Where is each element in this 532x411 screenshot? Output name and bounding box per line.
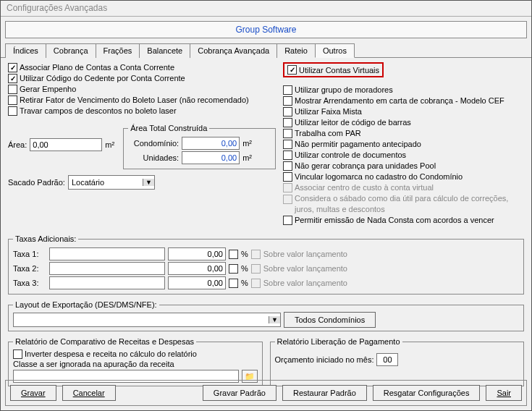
taxa2-label: Taxa 2: bbox=[13, 264, 46, 273]
area-cond-label: Condomínio: bbox=[128, 139, 179, 148]
chk-nada-consta-label: Permitir emissão de Nada Consta com acor… bbox=[295, 215, 494, 226]
area-label: Área: bbox=[8, 140, 27, 149]
chk-taxa2-sobre bbox=[251, 264, 261, 274]
chk-nao-pool[interactable] bbox=[283, 161, 292, 171]
taxa3-value-input[interactable] bbox=[168, 276, 226, 289]
taxa1-value-input[interactable] bbox=[168, 247, 226, 260]
btn-restaurar-padrao[interactable]: Restaurar Padrão bbox=[282, 385, 367, 401]
tab-indices[interactable]: Índices bbox=[5, 43, 46, 58]
chk-par-label: Trabalha com PAR bbox=[295, 128, 361, 139]
btn-gravar-padrao[interactable]: Gravar Padrão bbox=[203, 385, 276, 401]
config-window: Configurações Avançadas Group Software Í… bbox=[0, 0, 532, 411]
chk-centro-custo-label: Associar centro de custo à conta virtual bbox=[295, 182, 434, 193]
layout-title: Layout de Exportação (DES/DMS/NFE): bbox=[13, 300, 159, 309]
btn-gravar[interactable]: Gravar bbox=[10, 385, 56, 401]
area-unid-unit: m² bbox=[242, 153, 252, 162]
tab-rateio[interactable]: Rateio bbox=[276, 43, 316, 58]
highlight-contas-virtuais: Utilizar Contas Virtuais bbox=[283, 62, 384, 77]
layout-combo[interactable]: ▼ bbox=[13, 313, 281, 327]
tab-cobranca[interactable]: Cobrança bbox=[46, 43, 96, 58]
taxa2-name-input[interactable] bbox=[49, 262, 165, 275]
taxa3-pct: % bbox=[241, 279, 248, 287]
tab-fracoes[interactable]: Frações bbox=[96, 43, 140, 58]
taxa1-pct: % bbox=[241, 250, 248, 258]
taxa3-label: Taxa 3: bbox=[13, 279, 46, 287]
chk-arrendamento-cef[interactable] bbox=[283, 96, 292, 106]
chevron-down-icon[interactable]: ▼ bbox=[269, 316, 280, 323]
chk-leitor-barras-label: Utilizar leitor de código de barras bbox=[295, 117, 411, 128]
tab-strip: Índices Cobrança Frações Balancete Cobra… bbox=[1, 43, 531, 58]
taxa2-value-input[interactable] bbox=[168, 262, 226, 275]
chk-logomarca-label: Vincular logomarca no cadastro do Condom… bbox=[295, 171, 463, 182]
banner: Group Software bbox=[5, 21, 527, 38]
chk-taxa3-sobre bbox=[251, 279, 261, 288]
chk-retirar-fator-label: Retirar Fator de Vencimento do Boleto La… bbox=[20, 95, 249, 106]
taxa1-note: Sobre valor lançamento bbox=[263, 250, 347, 258]
chk-sabado-util-label: Considera o sábado como dia útil para cá… bbox=[295, 193, 512, 215]
chk-inverter-label: Inverter despesa e receita no cálculo do… bbox=[25, 349, 197, 360]
taxa1-name-input[interactable] bbox=[49, 247, 165, 260]
btn-todos-condominios[interactable]: Todos Condomínios bbox=[284, 312, 376, 328]
area-unit: m² bbox=[105, 140, 114, 149]
taxa1-label: Taxa 1: bbox=[13, 250, 46, 258]
chk-codigo-cedente[interactable] bbox=[8, 74, 17, 83]
area-unid-label: Unidades: bbox=[128, 153, 179, 162]
chk-sabado-util bbox=[283, 195, 292, 204]
chk-travar-descontos[interactable] bbox=[8, 106, 17, 116]
tab-balancete[interactable]: Balancete bbox=[139, 43, 190, 58]
btn-cancelar[interactable]: Cancelar bbox=[62, 385, 116, 401]
taxa3-name-input[interactable] bbox=[49, 276, 165, 289]
chk-gerar-empenho-label: Gerar Empenho bbox=[20, 84, 76, 95]
chk-faixa-mista[interactable] bbox=[283, 107, 292, 116]
chk-codigo-cedente-label: Utilizar Código do Cedente por Conta Cor… bbox=[20, 73, 185, 84]
area-input[interactable] bbox=[30, 138, 102, 151]
chk-inverter[interactable] bbox=[13, 349, 22, 359]
footer-bar: Gravar Cancelar Gravar Padrão Restaurar … bbox=[5, 380, 527, 406]
chk-par[interactable] bbox=[283, 129, 292, 138]
lib-title: Relatório Liberação de Pagamento bbox=[275, 337, 402, 346]
chk-leitor-barras[interactable] bbox=[283, 118, 292, 127]
chk-faixa-mista-label: Utilizar Faixa Mista bbox=[295, 106, 362, 117]
chk-grupo-moradores[interactable] bbox=[283, 85, 292, 95]
sacado-value: Locatário bbox=[69, 178, 143, 187]
chk-contas-virtuais-label: Utilizar Contas Virtuais bbox=[299, 66, 379, 75]
chk-associar-plano-label: Associar Plano de Contas a Conta Corrent… bbox=[20, 62, 174, 73]
chk-grupo-moradores-label: Utilizar grupo de moradores bbox=[295, 85, 393, 96]
area-unid-input[interactable] bbox=[182, 151, 240, 164]
sacado-combo[interactable]: Locatário ▼ bbox=[68, 175, 155, 190]
chk-taxa3-pct[interactable] bbox=[229, 279, 238, 288]
lib-label: Orçamento iniciado no mês: bbox=[275, 355, 374, 364]
btn-sair[interactable]: Sair bbox=[486, 385, 522, 401]
chk-taxa2-pct[interactable] bbox=[229, 264, 238, 274]
rel-classe-label: Classe a ser ignorada na apuração da rec… bbox=[13, 360, 258, 368]
chk-gerar-empenho[interactable] bbox=[8, 85, 17, 94]
chk-taxa1-sobre bbox=[251, 250, 261, 259]
taxa2-pct: % bbox=[241, 264, 248, 273]
lib-mes-input[interactable] bbox=[376, 353, 398, 366]
chk-nao-antecipado-label: Não permitir pagamento antecipado bbox=[295, 139, 421, 150]
chk-nao-antecipado[interactable] bbox=[283, 140, 292, 149]
tab-cobranca-avancada[interactable]: Cobrança Avançada bbox=[190, 43, 277, 58]
chk-nada-consta[interactable] bbox=[283, 216, 292, 225]
chevron-down-icon[interactable]: ▼ bbox=[143, 179, 154, 186]
chk-logomarca[interactable] bbox=[283, 172, 292, 182]
btn-resgatar[interactable]: Resgatar Configurações bbox=[373, 385, 481, 401]
taxas-title: Taxas Adicionais: bbox=[13, 234, 78, 243]
chk-taxa1-pct[interactable] bbox=[229, 250, 238, 259]
area-cond-input[interactable] bbox=[182, 137, 240, 150]
area-cond-unit: m² bbox=[242, 139, 252, 148]
taxa2-note: Sobre valor lançamento bbox=[263, 264, 347, 273]
rel-title: Relatório de Comparativo de Receitas e D… bbox=[13, 337, 196, 346]
window-title: Configurações Avançadas bbox=[1, 1, 531, 17]
chk-controle-docs[interactable] bbox=[283, 151, 292, 160]
chk-nao-pool-label: Não gerar cobrança para unidades Pool bbox=[295, 161, 436, 171]
area-group-title: Área Total Construída bbox=[128, 124, 209, 132]
taxa3-note: Sobre valor lançamento bbox=[263, 279, 347, 287]
tab-outros[interactable]: Outros bbox=[315, 43, 355, 58]
chk-contas-virtuais[interactable] bbox=[287, 65, 297, 75]
chk-travar-descontos-label: Travar campos de descontos no boleto las… bbox=[20, 106, 177, 116]
chk-associar-plano[interactable] bbox=[8, 63, 17, 72]
chk-retirar-fator[interactable] bbox=[8, 96, 17, 105]
chk-arrendamento-cef-label: Mostrar Arrendamento em carta de cobranç… bbox=[295, 96, 504, 106]
chk-centro-custo bbox=[283, 183, 292, 192]
